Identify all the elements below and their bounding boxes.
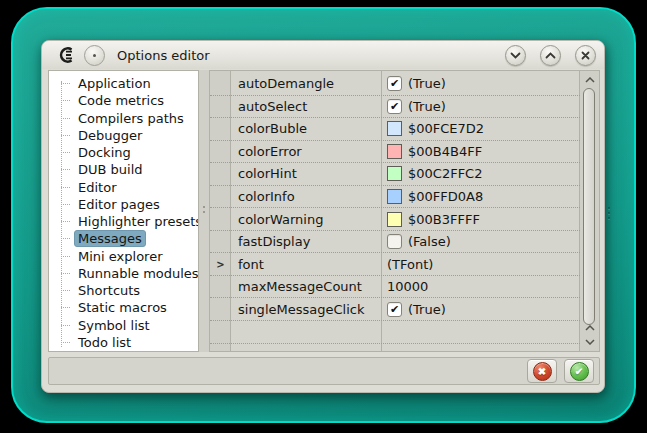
tree-branch-line — [61, 221, 70, 222]
sidebar-item-label: Static macros — [74, 299, 171, 316]
property-value: ✔(True) — [381, 298, 580, 320]
sidebar-item-runnable-modules[interactable]: Runnable modules — [61, 265, 198, 282]
property-row-autoSelect[interactable]: autoSelect✔(True) — [210, 96, 580, 119]
content-area: ApplicationCode metricsCompilers pathsDe… — [48, 70, 600, 352]
sidebar-item-editor[interactable]: Editor — [61, 179, 198, 196]
sidebar-item-debugger[interactable]: Debugger — [61, 127, 198, 144]
sidebar-item-mini-explorer[interactable]: Mini explorer — [61, 248, 198, 265]
scrollbar-thumb[interactable] — [583, 88, 595, 325]
sidebar-item-label: Editor pages — [74, 196, 164, 213]
color-swatch[interactable] — [387, 189, 402, 204]
sidebar-item-static-macros[interactable]: Static macros — [61, 299, 198, 316]
close-button[interactable] — [575, 45, 596, 66]
close-x-icon — [581, 51, 590, 60]
property-row-colorHint[interactable]: colorHint$00C2FFC2 — [210, 163, 580, 186]
sidebar-item-label: Symbol list — [74, 317, 154, 334]
sidebar-item-compilers-paths[interactable]: Compilers paths — [61, 110, 198, 127]
scroll-down-button[interactable] — [580, 336, 599, 348]
property-value-text: $00C2FFC2 — [408, 166, 482, 181]
property-name: colorHint — [231, 163, 381, 185]
ok-check-icon: ✔ — [570, 362, 589, 381]
sidebar-item-dub-build[interactable]: DUB build — [61, 161, 198, 178]
checkbox-checked[interactable]: ✔ — [387, 99, 402, 114]
property-value: $00B3FFFF — [381, 208, 580, 230]
sidebar-item-label: Debugger — [74, 127, 146, 144]
property-value: $00C2FFC2 — [381, 163, 580, 185]
frame-resize-grip[interactable] — [608, 207, 610, 219]
tree-branch-line — [61, 238, 70, 239]
panel-splitter[interactable] — [199, 70, 209, 352]
tree-branch-line — [61, 325, 70, 326]
property-rows: autoDemangle✔(True)autoSelect✔(True)colo… — [210, 71, 580, 352]
sidebar-item-label: Code metrics — [74, 92, 168, 109]
property-value-text: $00FFD0A8 — [408, 189, 483, 204]
grid-scrollbar[interactable] — [579, 71, 599, 351]
sidebar-item-shortcuts[interactable]: Shortcuts — [61, 282, 198, 299]
property-name: font — [231, 253, 381, 275]
property-row-singleMessageClick[interactable]: singleMessageClick✔(True) — [210, 298, 580, 321]
ok-button[interactable]: ✔ — [564, 359, 594, 383]
color-swatch[interactable] — [387, 144, 402, 159]
property-row-colorWarning[interactable]: colorWarning$00B3FFFF — [210, 208, 580, 231]
row-gutter — [210, 231, 231, 253]
tree-guide-line — [61, 81, 62, 347]
options-editor-window: Options editor ApplicationCode metricsCo… — [41, 40, 605, 393]
sidebar-item-highlighter-presets[interactable]: Highlighter presets — [61, 213, 198, 230]
menu-dot-icon — [93, 54, 96, 57]
scroll-up-button[interactable] — [580, 74, 599, 86]
property-row-empty — [210, 344, 580, 352]
maximize-button[interactable] — [540, 45, 561, 66]
scroll-up-button-bottom[interactable] — [580, 322, 599, 334]
row-gutter — [210, 186, 231, 208]
checkbox-checked[interactable]: ✔ — [387, 76, 402, 91]
chevron-down-icon — [510, 52, 521, 59]
sidebar-item-docking[interactable]: Docking — [61, 144, 198, 161]
property-row-colorInfo[interactable]: colorInfo$00FFD0A8 — [210, 186, 580, 209]
color-swatch[interactable] — [387, 212, 402, 227]
property-row-autoDemangle[interactable]: autoDemangle✔(True) — [210, 73, 580, 96]
property-name: colorWarning — [231, 208, 381, 230]
property-row-colorBuble[interactable]: colorBuble$00FCE7D2 — [210, 118, 580, 141]
property-row-maxMessageCount[interactable]: maxMessageCount10000 — [210, 276, 580, 299]
property-name: fastDisplay — [231, 231, 381, 253]
chevron-up-icon — [585, 325, 595, 331]
tree-branch-line — [61, 204, 70, 205]
sidebar-item-application[interactable]: Application — [61, 75, 198, 92]
minimize-button[interactable] — [505, 45, 526, 66]
sidebar-item-todo-list[interactable]: Todo list — [61, 334, 198, 351]
property-row-colorError[interactable]: colorError$00B4B4FF — [210, 141, 580, 164]
checkbox-unchecked[interactable] — [387, 234, 402, 249]
property-value: $00FFD0A8 — [381, 186, 580, 208]
cancel-button[interactable]: ✖ — [527, 359, 557, 383]
color-swatch[interactable] — [387, 121, 402, 136]
titlebar[interactable]: Options editor — [42, 41, 604, 69]
property-row-empty — [210, 321, 580, 344]
sidebar-item-label: DUB build — [74, 161, 147, 178]
sidebar-item-symbol-list[interactable]: Symbol list — [61, 317, 198, 334]
property-value-text: $00FCE7D2 — [408, 121, 484, 136]
window-menu-button[interactable] — [84, 45, 105, 66]
sidebar-item-label: Todo list — [74, 334, 135, 351]
row-gutter — [210, 141, 231, 163]
property-value-text: (False) — [408, 234, 451, 249]
property-row-font[interactable]: >font(TFont) — [210, 253, 580, 276]
property-name: colorInfo — [231, 186, 381, 208]
tree-branch-line — [61, 256, 70, 257]
property-value-text: $00B3FFFF — [408, 212, 480, 227]
color-swatch[interactable] — [387, 166, 402, 181]
categories-panel: ApplicationCode metricsCompilers pathsDe… — [48, 70, 199, 352]
sidebar-item-editor-pages[interactable]: Editor pages — [61, 196, 198, 213]
property-value: $00B4B4FF — [381, 141, 580, 163]
property-name: singleMessageClick — [231, 298, 381, 320]
property-value: (False) — [381, 231, 580, 253]
property-row-fastDisplay[interactable]: fastDisplay(False) — [210, 231, 580, 254]
tree-branch-line — [61, 169, 70, 170]
property-value: (TFont) — [381, 253, 580, 275]
sidebar-item-label: Application — [74, 75, 155, 92]
sidebar-item-label: Mini explorer — [74, 248, 167, 265]
checkbox-checked[interactable]: ✔ — [387, 302, 402, 317]
sidebar-item-messages[interactable]: Messages — [61, 230, 198, 247]
sidebar-item-code-metrics[interactable]: Code metrics — [61, 92, 198, 109]
property-value: ✔(True) — [381, 73, 580, 95]
property-name: autoDemangle — [231, 73, 381, 95]
